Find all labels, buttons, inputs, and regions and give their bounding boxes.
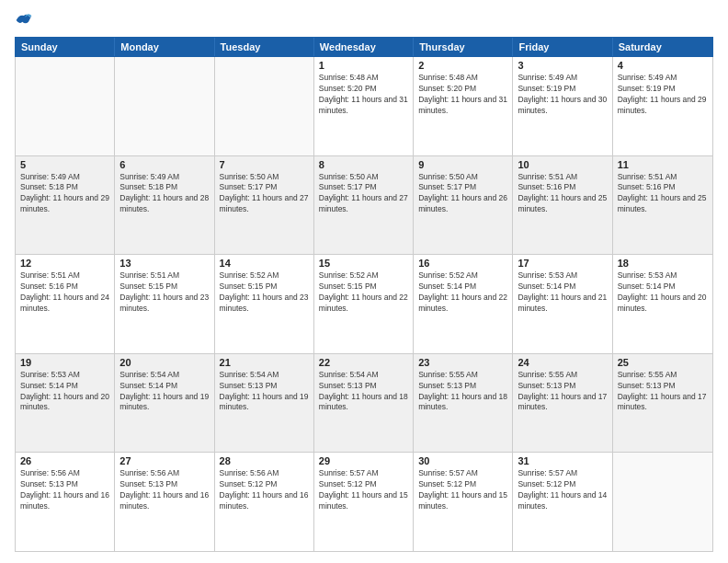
day-info: Sunrise: 5:51 AMSunset: 5:16 PMDaylight:… — [20, 270, 109, 315]
day-cell-11: 11Sunrise: 5:51 AMSunset: 5:16 PMDayligh… — [613, 156, 712, 255]
day-number: 17 — [518, 258, 607, 269]
day-cell-16: 16Sunrise: 5:52 AMSunset: 5:14 PMDayligh… — [414, 255, 513, 353]
day-cell-7: 7Sunrise: 5:50 AMSunset: 5:17 PMDaylight… — [215, 156, 314, 255]
day-number: 18 — [618, 258, 708, 269]
day-cell-15: 15Sunrise: 5:52 AMSunset: 5:15 PMDayligh… — [314, 255, 414, 353]
day-info: Sunrise: 5:57 AMSunset: 5:12 PMDaylight:… — [319, 468, 408, 512]
empty-cell — [115, 57, 214, 155]
empty-cell — [613, 453, 712, 551]
day-info: Sunrise: 5:51 AMSunset: 5:15 PMDaylight:… — [119, 270, 209, 315]
header-day-saturday: Saturday — [613, 38, 712, 56]
week-row-1: 5Sunrise: 5:49 AMSunset: 5:18 PMDaylight… — [16, 156, 712, 256]
day-number: 28 — [220, 455, 309, 466]
day-cell-19: 19Sunrise: 5:53 AMSunset: 5:14 PMDayligh… — [16, 354, 115, 453]
day-number: 11 — [618, 159, 708, 170]
day-cell-1: 1Sunrise: 5:48 AMSunset: 5:20 PMDaylight… — [314, 57, 414, 155]
day-info: Sunrise: 5:54 AMSunset: 5:14 PMDaylight:… — [119, 370, 209, 414]
logo — [15, 11, 37, 29]
day-cell-30: 30Sunrise: 5:57 AMSunset: 5:12 PMDayligh… — [414, 453, 513, 551]
day-number: 15 — [319, 258, 408, 269]
day-number: 19 — [20, 357, 109, 368]
day-cell-10: 10Sunrise: 5:51 AMSunset: 5:16 PMDayligh… — [513, 156, 612, 255]
day-cell-26: 26Sunrise: 5:56 AMSunset: 5:13 PMDayligh… — [16, 453, 115, 551]
day-number: 31 — [518, 455, 607, 466]
day-info: Sunrise: 5:52 AMSunset: 5:15 PMDaylight:… — [319, 270, 408, 315]
day-number: 23 — [418, 357, 507, 368]
day-cell-28: 28Sunrise: 5:56 AMSunset: 5:12 PMDayligh… — [215, 453, 314, 551]
header-day-thursday: Thursday — [414, 38, 513, 56]
day-number: 21 — [220, 357, 309, 368]
day-number: 7 — [220, 159, 309, 170]
week-row-2: 12Sunrise: 5:51 AMSunset: 5:16 PMDayligh… — [16, 255, 712, 354]
header-day-sunday: Sunday — [16, 38, 115, 56]
day-cell-14: 14Sunrise: 5:52 AMSunset: 5:15 PMDayligh… — [215, 255, 314, 353]
day-cell-27: 27Sunrise: 5:56 AMSunset: 5:13 PMDayligh… — [115, 453, 214, 551]
day-number: 3 — [518, 60, 607, 71]
day-number: 29 — [319, 455, 408, 466]
day-number: 24 — [518, 357, 607, 368]
day-number: 8 — [319, 159, 408, 170]
day-number: 12 — [20, 258, 109, 269]
day-info: Sunrise: 5:50 AMSunset: 5:17 PMDaylight:… — [319, 172, 408, 216]
calendar-body: 1Sunrise: 5:48 AMSunset: 5:20 PMDaylight… — [15, 57, 713, 552]
logo-icon — [15, 11, 33, 29]
day-info: Sunrise: 5:56 AMSunset: 5:12 PMDaylight:… — [220, 468, 309, 512]
day-number: 10 — [518, 159, 607, 170]
day-number: 2 — [418, 60, 507, 71]
day-cell-6: 6Sunrise: 5:49 AMSunset: 5:18 PMDaylight… — [115, 156, 214, 255]
day-cell-29: 29Sunrise: 5:57 AMSunset: 5:12 PMDayligh… — [314, 453, 414, 551]
day-info: Sunrise: 5:51 AMSunset: 5:16 PMDaylight:… — [618, 172, 708, 216]
day-cell-13: 13Sunrise: 5:51 AMSunset: 5:15 PMDayligh… — [115, 255, 214, 353]
day-info: Sunrise: 5:49 AMSunset: 5:18 PMDaylight:… — [119, 172, 209, 216]
day-info: Sunrise: 5:57 AMSunset: 5:12 PMDaylight:… — [418, 468, 507, 512]
day-number: 13 — [119, 258, 209, 269]
day-cell-20: 20Sunrise: 5:54 AMSunset: 5:14 PMDayligh… — [115, 354, 214, 453]
day-info: Sunrise: 5:56 AMSunset: 5:13 PMDaylight:… — [119, 468, 209, 512]
header-day-wednesday: Wednesday — [314, 38, 414, 56]
day-number: 1 — [319, 60, 408, 71]
day-cell-23: 23Sunrise: 5:55 AMSunset: 5:13 PMDayligh… — [414, 354, 513, 453]
header-day-tuesday: Tuesday — [215, 38, 314, 56]
day-number: 6 — [119, 159, 209, 170]
day-info: Sunrise: 5:54 AMSunset: 5:13 PMDaylight:… — [319, 370, 408, 414]
day-cell-12: 12Sunrise: 5:51 AMSunset: 5:16 PMDayligh… — [16, 255, 115, 353]
day-cell-5: 5Sunrise: 5:49 AMSunset: 5:18 PMDaylight… — [16, 156, 115, 255]
empty-cell — [16, 57, 115, 155]
week-row-4: 26Sunrise: 5:56 AMSunset: 5:13 PMDayligh… — [16, 453, 712, 551]
day-number: 14 — [220, 258, 309, 269]
day-cell-8: 8Sunrise: 5:50 AMSunset: 5:17 PMDaylight… — [314, 156, 414, 255]
day-info: Sunrise: 5:48 AMSunset: 5:20 PMDaylight:… — [319, 73, 408, 117]
day-number: 26 — [20, 455, 109, 466]
day-number: 16 — [418, 258, 507, 269]
day-info: Sunrise: 5:52 AMSunset: 5:14 PMDaylight:… — [418, 270, 507, 315]
day-number: 27 — [119, 455, 209, 466]
header — [15, 11, 713, 29]
day-cell-2: 2Sunrise: 5:48 AMSunset: 5:20 PMDaylight… — [414, 57, 513, 155]
day-info: Sunrise: 5:49 AMSunset: 5:18 PMDaylight:… — [20, 172, 109, 216]
header-day-monday: Monday — [115, 38, 214, 56]
day-cell-3: 3Sunrise: 5:49 AMSunset: 5:19 PMDaylight… — [513, 57, 612, 155]
day-info: Sunrise: 5:55 AMSunset: 5:13 PMDaylight:… — [518, 370, 607, 414]
day-cell-21: 21Sunrise: 5:54 AMSunset: 5:13 PMDayligh… — [215, 354, 314, 453]
empty-cell — [215, 57, 314, 155]
day-info: Sunrise: 5:48 AMSunset: 5:20 PMDaylight:… — [418, 73, 507, 117]
week-row-0: 1Sunrise: 5:48 AMSunset: 5:20 PMDaylight… — [16, 57, 712, 156]
day-cell-24: 24Sunrise: 5:55 AMSunset: 5:13 PMDayligh… — [513, 354, 612, 453]
day-info: Sunrise: 5:51 AMSunset: 5:16 PMDaylight:… — [518, 172, 607, 216]
day-info: Sunrise: 5:57 AMSunset: 5:12 PMDaylight:… — [518, 468, 607, 512]
day-cell-9: 9Sunrise: 5:50 AMSunset: 5:17 PMDaylight… — [414, 156, 513, 255]
day-cell-18: 18Sunrise: 5:53 AMSunset: 5:14 PMDayligh… — [613, 255, 712, 353]
day-number: 20 — [119, 357, 209, 368]
day-number: 5 — [20, 159, 109, 170]
day-number: 30 — [418, 455, 507, 466]
day-info: Sunrise: 5:50 AMSunset: 5:17 PMDaylight:… — [418, 172, 507, 216]
day-info: Sunrise: 5:52 AMSunset: 5:15 PMDaylight:… — [220, 270, 309, 315]
calendar-header: SundayMondayTuesdayWednesdayThursdayFrid… — [15, 37, 713, 57]
day-info: Sunrise: 5:49 AMSunset: 5:19 PMDaylight:… — [518, 73, 607, 117]
day-cell-31: 31Sunrise: 5:57 AMSunset: 5:12 PMDayligh… — [513, 453, 612, 551]
week-row-3: 19Sunrise: 5:53 AMSunset: 5:14 PMDayligh… — [16, 354, 712, 454]
day-info: Sunrise: 5:53 AMSunset: 5:14 PMDaylight:… — [518, 270, 607, 315]
day-info: Sunrise: 5:55 AMSunset: 5:13 PMDaylight:… — [418, 370, 507, 414]
day-info: Sunrise: 5:50 AMSunset: 5:17 PMDaylight:… — [220, 172, 309, 216]
day-info: Sunrise: 5:55 AMSunset: 5:13 PMDaylight:… — [618, 370, 708, 414]
